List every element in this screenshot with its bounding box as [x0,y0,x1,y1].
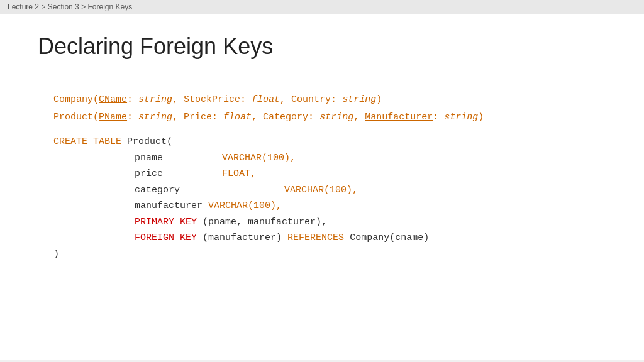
product-prefix: Product(PName: string, Price: float, Cat… [53,112,484,123]
sql-field-pname: pname VARCHAR(100), [53,150,591,167]
field-price: price [135,166,216,182]
indent-spacer [53,150,129,167]
sql-primary-key: PRIMARY KEY (pname, manufacturer), [53,214,591,231]
schema-product: Product(PName: string, Price: float, Cat… [53,109,591,126]
sql-field-category: category VARCHAR(100), [53,182,591,199]
type-category: VARCHAR(100), [284,185,358,195]
indent-spacer [53,166,129,182]
sql-closing: ) [53,246,591,263]
sql-field-manufacturer: manufacturer VARCHAR(100), [53,198,591,214]
breadcrumb-sep1: > [41,3,47,11]
sql-block: CREATE TABLE Product( pname VARCHAR(100)… [53,134,591,262]
company-prefix: Company(CName: string, StockPrice: float… [53,94,382,105]
field-category: category [135,182,216,199]
indent-spacer [53,182,129,199]
field-pname: pname [135,150,216,167]
sql-create-line: CREATE TABLE Product( [53,134,591,150]
page-title: Declaring Foreign Keys [38,33,606,60]
foreign-key-col: (manufacturer) [203,233,287,243]
type-price: FLOAT, [222,168,256,179]
references-keyword: REFERENCES [287,233,344,243]
breadcrumb-sep2: > [81,3,87,11]
type-pname: VARCHAR(100), [222,153,296,163]
breadcrumb: Lecture 2 > Section 3 > Foreign Keys [0,0,644,14]
references-val: Company(cname) [350,233,429,243]
main-content: Declaring Foreign Keys Company(CName: st… [0,14,644,360]
sql-field-price: price FLOAT, [53,166,591,182]
table-name: Product( [127,136,172,147]
primary-key-val: (pname, manufacturer), [203,217,327,228]
schema-company: Company(CName: string, StockPrice: float… [53,92,591,108]
indent-spacer [53,230,129,246]
indent-spacer [53,198,129,214]
indent-spacer [53,214,129,231]
primary-key-keyword: PRIMARY KEY [135,217,197,228]
type-manufacturer: VARCHAR(100), [208,200,282,211]
foreign-key-keyword: FOREIGN KEY [135,233,197,243]
code-box: Company(CName: string, StockPrice: float… [38,79,606,275]
closing-paren: ) [53,249,59,260]
breadcrumb-lecture: Lecture 2 [8,3,39,11]
breadcrumb-page: Foreign Keys [87,3,132,11]
field-manufacturer: manufacturer [135,200,208,211]
sql-foreign-key: FOREIGN KEY (manufacturer) REFERENCES Co… [53,230,591,246]
create-table-keyword: CREATE TABLE [53,136,121,147]
breadcrumb-section: Section 3 [48,3,79,11]
